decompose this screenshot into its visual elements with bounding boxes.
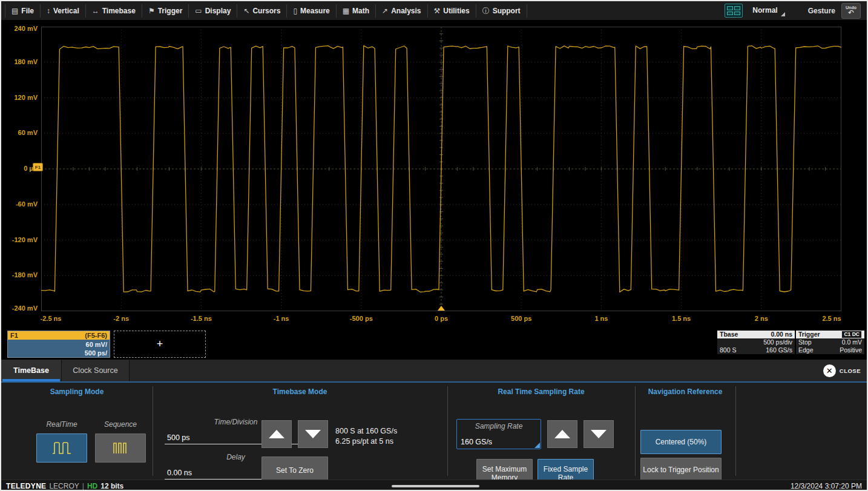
menu-item-display[interactable]: ▭Display [189,4,237,18]
grid-layout-button[interactable] [725,4,743,18]
triangle-down-icon [305,430,321,438]
f1-descriptor-body: 60 mV/ 500 ps/ [8,340,110,357]
tbase-delay: 0.00 ns [771,331,792,338]
menu-item-label: Display [205,7,231,15]
x-axis-label: -1.5 ns [191,315,212,322]
sequence-button[interactable] [95,433,146,463]
waveform-plot[interactable] [41,27,841,311]
menu-item-measure[interactable]: ▯Measure [287,4,336,18]
undo-button[interactable]: Undo ↶ [841,3,861,19]
sample-info-text: 800 S at 160 GS/s 6.25 ps/pt at 5 ns [335,426,397,447]
triangle-down-icon [591,430,607,438]
grid-cell [734,12,740,16]
brand-primary: TELEDYNE [6,482,46,490]
y-axis-label: 120 mV [2,94,38,101]
sampling-mode-header: Sampling Mode [1,387,153,396]
f1-descriptor-header: F1 (F5-F6) [8,331,110,340]
menu-item-vertical[interactable]: ↕Vertical [41,4,86,18]
menu-item-cursors[interactable]: ↖Cursors [237,4,287,18]
tbase-title: Tbase [720,331,738,338]
menu-item-utilities[interactable]: ⚒Utilities [428,4,476,18]
x-axis-label: 2.5 ns [822,315,841,322]
section-divider [635,386,636,476]
realtime-button[interactable] [36,433,87,463]
menu-item-trigger[interactable]: ⚑Trigger [142,4,189,18]
y-axis-label: -60 mV [2,200,38,208]
f1-vertical-scale: 60 mV/ [10,340,107,349]
dialog-content: Sampling Mode RealTime Sequence Timebase… [1,381,867,479]
trigger-type: Edge [798,346,814,354]
grid-cell [727,12,733,16]
trigger-level: 0.0 mV [842,338,862,346]
f1-trace-descriptor[interactable]: F1 (F5-F6) 60 mV/ 500 ps/ [7,331,110,358]
tab-timebase[interactable]: TimeBase [1,360,62,381]
sampling-rate-up-button[interactable] [547,420,577,448]
menu-item-label: Vertical [53,7,79,15]
display-mode-dropdown[interactable]: Normal [749,4,786,18]
analysis-chart-icon: ↗ [382,7,388,15]
vertical-arrows-icon: ↕ [47,7,50,15]
trigger-flag-icon: ⚑ [148,7,155,15]
f1-horizontal-scale: 500 ps/ [10,349,107,357]
sampling-rate-down-button[interactable] [584,420,614,448]
section-divider [447,386,448,476]
sampling-rate-field[interactable]: Sampling Rate 160 GS/s [456,419,541,449]
tab-clock-source[interactable]: Clock Source [62,360,130,381]
menu-item-support[interactable]: ⓘSupport [476,4,527,18]
y-axis-label: -120 mV [2,236,38,243]
close-icon: ✕ [823,364,836,377]
trigger-time-marker[interactable] [438,306,445,311]
lock-to-trigger-button[interactable]: Lock to Trigger Position [640,458,722,482]
section-divider [153,386,153,476]
measure-icon: ▯ [293,7,297,15]
x-axis-label: 1.5 ns [672,315,691,322]
menu-item-label: Trigger [158,7,183,15]
horizontal-arrows-icon: ↔ [92,7,99,15]
f1-zero-level-marker[interactable]: F1 [33,163,43,171]
undo-icon: ↶ [848,9,854,16]
menu-item-timebase[interactable]: ↔Timebase [86,4,142,18]
x-axis-label: 2 ns [755,315,768,322]
menu-bar: ▤File↕Vertical↔Timebase⚑Trigger▭Display↖… [1,1,867,21]
menu-item-math[interactable]: ▦Math [337,4,376,18]
x-axis-label: -2.5 ns [41,315,62,322]
centered-button[interactable]: Centered (50%) [640,430,722,454]
sampling-rate-header: Real Time Sampling Rate [447,387,635,396]
info-icon: ⓘ [482,7,490,15]
oscilloscope-app: ▤File↕Vertical↔Timebase⚑Trigger▭Display↖… [0,0,868,491]
grid-cell [734,6,740,10]
realtime-icon [51,440,72,456]
tbase-scale: 500 ps/div [763,338,792,346]
status-bar: TELEDYNE LECROY | HD 12 bits 12/3/2024 3… [1,479,867,491]
trigger-summary-box[interactable]: Trigger C1 DC Stop 0.0 mV Edge Positive [796,331,864,354]
menu-item-file[interactable]: ▤File [5,4,41,18]
x-axis-label: 500 ps [511,315,531,322]
tbase-samples: 800 S [720,346,736,354]
dialog-tab-bar: TimeBase Clock Source ✕ CLOSE [1,360,867,381]
y-axis-label: 240 mV [2,25,38,32]
menu-item-label: Utilities [443,7,469,15]
brand-secondary: LECROY [49,482,79,490]
triangle-up-icon [269,430,284,438]
taskbar-drag-handle[interactable] [392,485,479,487]
close-button[interactable]: ✕ CLOSE [823,360,867,381]
menu-item-analysis[interactable]: ↗Analysis [376,4,427,18]
menu-item-label: Analysis [391,7,421,15]
x-axis-label: 1 ns [594,315,608,322]
clock: 12/3/2024 3:07:20 PM [791,482,862,490]
hd-badge: HD [87,482,97,490]
timebase-mode-header: Timebase Mode [153,387,447,396]
sampling-rate-label: Sampling Rate [457,422,541,430]
time-division-down-button[interactable] [298,420,328,448]
menu-item-label: Timebase [102,7,136,15]
time-division-up-button[interactable] [261,420,292,448]
cursor-icon: ↖ [243,7,249,15]
menu-item-label: Cursors [252,7,280,15]
sampling-rate-value: 160 GS/s [461,438,492,446]
f1-name: F1 [10,332,18,339]
brand-separator: | [82,482,84,490]
timebase-summary-box[interactable]: Tbase 0.00 ns 500 ps/div 800 S 160 GS/s [717,331,795,354]
menu-item-label: Support [493,7,521,15]
x-axis-label: -2 ns [113,315,129,322]
add-trace-button[interactable]: + [114,331,206,358]
